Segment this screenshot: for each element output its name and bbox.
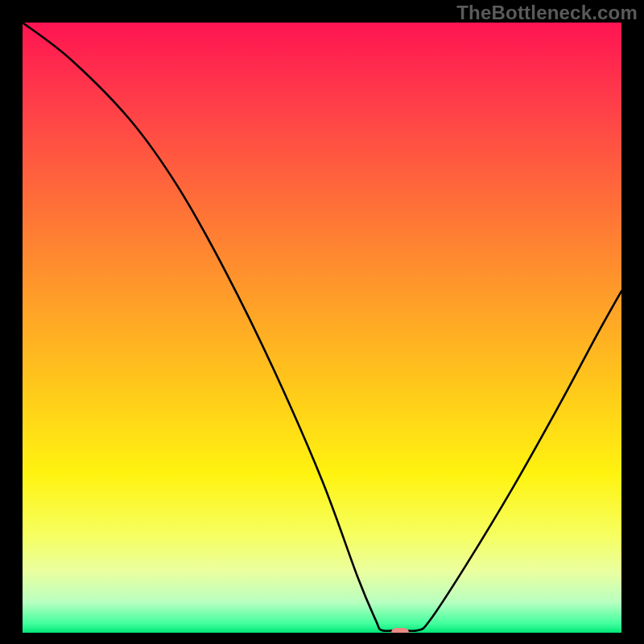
gradient-background (23, 23, 621, 633)
plot-area (23, 23, 621, 633)
bottleneck-chart (23, 23, 621, 633)
chart-frame: TheBottleneck.com (0, 0, 644, 644)
watermark-label: TheBottleneck.com (456, 2, 638, 24)
optimal-marker (391, 628, 409, 633)
